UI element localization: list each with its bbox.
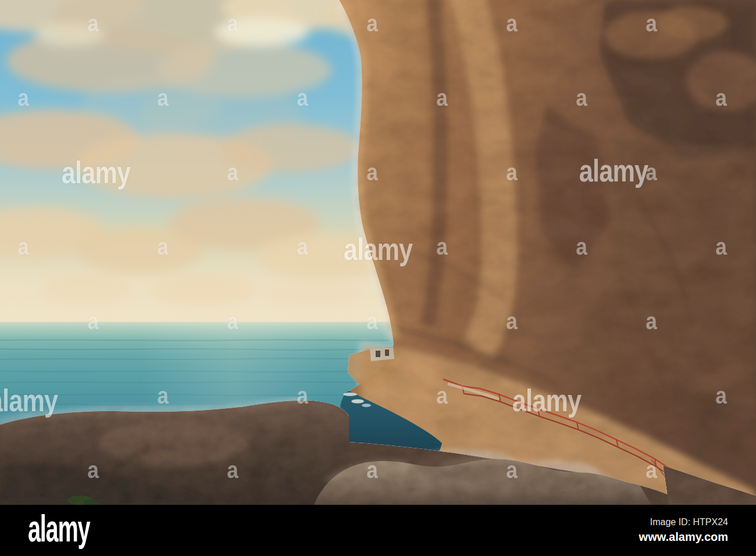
photo-matte-overlay — [0, 0, 756, 505]
photo-scene — [0, 0, 756, 505]
image-id-text: Image ID: HTPX24 — [639, 516, 728, 528]
footer-bar: alamy Image ID: HTPX24 www.alamy.com — [0, 505, 756, 556]
stock-photo-page: aaaaaaaaaaaaaaaaaaaaaaaaaaaaaaaaaaaalamy… — [0, 0, 756, 556]
website-text: www.alamy.com — [639, 530, 728, 544]
footer-info: Image ID: HTPX24 www.alamy.com — [639, 516, 728, 544]
stock-photo: aaaaaaaaaaaaaaaaaaaaaaaaaaaaaaaaaaaalamy… — [0, 0, 756, 505]
alamy-logo: alamy — [28, 510, 90, 547]
